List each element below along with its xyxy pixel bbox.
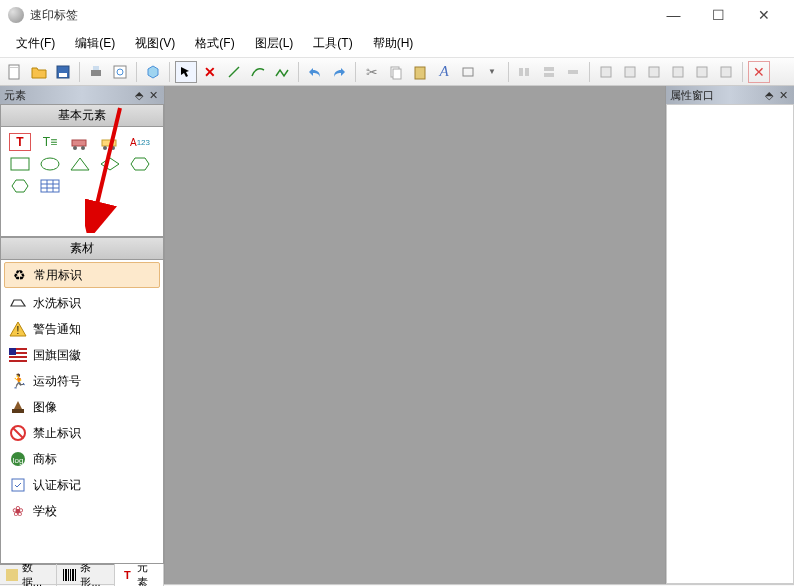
cut-icon[interactable]: ✂ [361,61,383,83]
canvas-area[interactable] [165,86,665,584]
school-icon: ❀ [9,502,27,520]
material-item-school[interactable]: ❀ 学校 [1,498,163,524]
layer1-icon[interactable] [595,61,617,83]
separator [589,62,590,82]
triangle-shape-icon[interactable] [69,155,91,173]
chevron-down-icon[interactable]: ▼ [481,61,503,83]
curve-icon[interactable] [247,61,269,83]
line-icon[interactable] [223,61,245,83]
right-panel: 属性窗口 ⬘ ✕ [665,86,794,584]
material-item-warn[interactable]: ! 警告通知 [1,316,163,342]
material-item-wash[interactable]: 水洗标识 [1,290,163,316]
rect-icon[interactable] [457,61,479,83]
layer5-icon[interactable] [691,61,713,83]
material-label: 水洗标识 [33,295,81,312]
material-item-trademark[interactable]: log 商标 [1,446,163,472]
material-item-sport[interactable]: 🏃 运动符号 [1,368,163,394]
svg-rect-20 [649,67,659,77]
menu-bar: 文件(F) 编辑(E) 视图(V) 格式(F) 图层(L) 工具(T) 帮助(H… [0,30,794,58]
material-item-cert[interactable]: 认证标记 [1,472,163,498]
diamond-shape-icon[interactable] [99,155,121,173]
ellipse-shape-icon[interactable] [39,155,61,173]
material-header[interactable]: 素材 [0,237,164,260]
close-icon[interactable]: ✕ [146,89,160,102]
material-item-image[interactable]: 图像 [1,394,163,420]
properties-panel-title: 属性窗口 [670,88,714,103]
close-icon[interactable]: ✕ [776,89,790,102]
flag-icon [9,346,27,364]
menu-edit[interactable]: 编辑(E) [65,32,125,55]
pin-icon[interactable]: ⬘ [762,89,776,102]
save-icon[interactable] [52,61,74,83]
rect-shape-icon[interactable] [9,155,31,173]
close-button[interactable]: ✕ [741,1,786,29]
paste-icon[interactable] [409,61,431,83]
svg-rect-21 [673,67,683,77]
svg-rect-53 [70,569,71,581]
material-item-forbid[interactable]: 禁止标识 [1,420,163,446]
text-outline-icon[interactable]: T≡ [39,133,61,151]
layer4-icon[interactable] [667,61,689,83]
polygon-shape-icon[interactable] [129,155,151,173]
text-tool-icon[interactable]: T [9,133,31,151]
preview-icon[interactable] [109,61,131,83]
print-icon[interactable] [85,61,107,83]
sport-icon: 🏃 [9,372,27,390]
barcode-icon [63,568,77,582]
basic-elements-area: T T≡ A123 [0,127,164,237]
svg-text:log: log [13,456,24,465]
grid-shape-icon[interactable] [39,177,61,195]
elements-panel-header: 元素 ⬘ ✕ [0,86,164,104]
left-panel: 元素 ⬘ ✕ 基本元素 T T≡ A123 [0,86,165,584]
svg-point-29 [111,146,115,150]
layer2-icon[interactable] [619,61,641,83]
svg-rect-24 [72,140,86,146]
material-item-flag[interactable]: 国旗国徽 [1,342,163,368]
delete-icon[interactable]: ✕ [199,61,221,83]
minimize-button[interactable]: — [651,1,696,29]
elements-panel-title: 元素 [4,88,26,103]
svg-rect-18 [601,67,611,77]
text-icon: T [121,568,134,582]
font-icon[interactable]: A [433,61,455,83]
svg-rect-27 [102,140,116,146]
basic-elements-header[interactable]: 基本元素 [0,104,164,127]
menu-tools[interactable]: 工具(T) [303,32,362,55]
svg-rect-17 [568,70,578,74]
menu-file[interactable]: 文件(F) [6,32,65,55]
menu-help[interactable]: 帮助(H) [363,32,424,55]
open-icon[interactable] [28,61,50,83]
left-tabs: 数据... 条形... T元素 [0,564,164,584]
zig-icon[interactable] [271,61,293,83]
a123-icon[interactable]: A123 [129,133,151,151]
svg-rect-55 [75,569,76,581]
hexagon-shape-icon[interactable] [9,177,31,195]
cart-icon[interactable] [69,133,91,151]
material-label: 学校 [33,503,57,520]
x-red-icon[interactable]: ✕ [748,61,770,83]
pin-icon[interactable]: ⬘ [132,89,146,102]
menu-view[interactable]: 视图(V) [125,32,185,55]
layer6-icon[interactable] [715,61,737,83]
material-item-common[interactable]: ♻ 常用标识 [4,262,160,288]
svg-rect-22 [697,67,707,77]
undo-icon[interactable] [304,61,326,83]
cart2-icon[interactable] [99,133,121,151]
menu-layer[interactable]: 图层(L) [245,32,304,55]
copy-icon[interactable] [385,61,407,83]
properties-panel-header: 属性窗口 ⬘ ✕ [666,86,794,104]
align2-icon[interactable] [538,61,560,83]
cube-icon[interactable] [142,61,164,83]
layer3-icon[interactable] [643,61,665,83]
redo-icon[interactable] [328,61,350,83]
pointer-icon[interactable] [175,61,197,83]
cert-icon [9,476,27,494]
svg-rect-16 [544,73,554,77]
separator [508,62,509,82]
svg-rect-42 [9,348,16,355]
new-icon[interactable] [4,61,26,83]
maximize-button[interactable]: ☐ [696,1,741,29]
menu-format[interactable]: 格式(F) [185,32,244,55]
align1-icon[interactable] [514,61,536,83]
align3-icon[interactable] [562,61,584,83]
